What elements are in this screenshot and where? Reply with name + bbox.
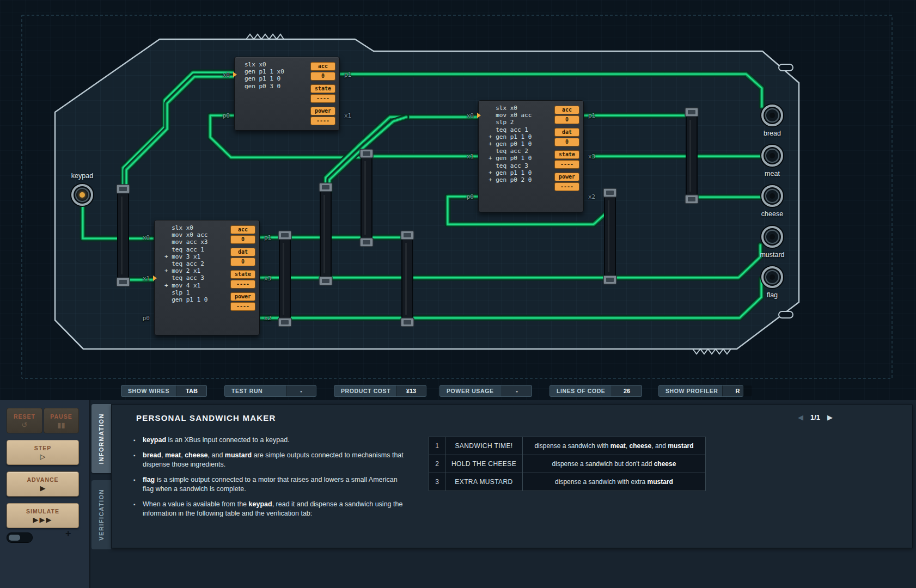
pad-core	[770, 234, 775, 240]
step-button[interactable]: STEP ▷	[7, 440, 79, 465]
bus-bridge[interactable]	[685, 108, 698, 204]
show-wires-hotkey: TAB	[176, 385, 206, 396]
page-indicator: 1/1	[810, 413, 820, 421]
register-value: ----	[230, 302, 255, 311]
simulate-label: SIMULATE	[26, 508, 59, 514]
register-name: state	[230, 270, 255, 279]
pause-button[interactable]: PAUSE ▮▮	[44, 408, 79, 433]
register-dat: dat0	[554, 128, 579, 146]
spec-value-cell: 1	[429, 437, 445, 455]
output-pad-flag	[761, 266, 783, 288]
tab-information[interactable]: INFORMATION	[91, 404, 111, 473]
chip-code[interactable]: slx x0 mov x0 acc slp 2 teq acc 1 + gen …	[488, 105, 532, 183]
pin-label-x3: x3	[588, 153, 595, 160]
spec-value-cell: 3	[429, 473, 445, 491]
chip-2[interactable]: slx x0 mov x0 acc slp 2 teq acc 1 + gen …	[478, 100, 584, 212]
page-prev-icon[interactable]: ◀	[798, 413, 803, 421]
spec-desc-cell: dispense a sandwich with extra mustard	[523, 473, 706, 491]
puzzle-title: PERSONAL SANDWICH MAKER	[136, 413, 276, 422]
sleep-pin-arrow-icon	[153, 275, 160, 281]
board-notch-top	[779, 64, 793, 71]
board-notch-bottom	[779, 311, 793, 318]
pin-label-x1: x1	[467, 153, 474, 160]
register-value: 0	[230, 258, 255, 266]
spec-table-row: 3EXTRA MUSTARDdispense a sandwich with e…	[429, 473, 706, 491]
test-run-label: TEST RUN	[225, 388, 286, 394]
bus-bridge[interactable]	[278, 231, 291, 327]
register-name: acc	[554, 106, 579, 114]
register-dat: dat0	[230, 248, 255, 266]
pin-label-p0: p0	[223, 112, 230, 119]
pin-label-p1: p1	[344, 71, 351, 78]
show-profiler-hotkey: R	[722, 385, 752, 396]
advance-label: ADVANCE	[27, 476, 58, 483]
register-name: power	[230, 292, 255, 301]
output-pad-meat	[761, 145, 783, 167]
bus-bridge[interactable]	[401, 231, 414, 327]
register-state: state----	[310, 84, 335, 103]
pin-label-x1: x1	[344, 112, 351, 119]
register-name: dat	[230, 248, 255, 256]
product-cost-value: ¥13	[396, 385, 426, 396]
bus-bridge[interactable]	[603, 188, 616, 284]
info-bullets: keypad is an XBus input connected to a k…	[133, 436, 410, 524]
info-bullet: flag is a simple output connected to a m…	[133, 475, 410, 494]
reset-label: RESET	[14, 413, 35, 420]
advance-button[interactable]: ADVANCE ▶	[7, 471, 79, 497]
zoom-plus-label[interactable]: +	[65, 528, 71, 540]
step-label: STEP	[34, 445, 51, 451]
bottom-panel: RESET ↺ PAUSE ▮▮ STEP ▷ ADVANCE ▶ SIMULA…	[0, 400, 916, 588]
output-pad-mustard	[761, 226, 783, 248]
show-profiler-button[interactable]: SHOW PROFILER R	[658, 385, 743, 397]
lines-of-code-display: LINES OF CODE 26	[549, 385, 642, 397]
simulate-button[interactable]: SIMULATE ▶▶▶	[7, 503, 79, 528]
chip-1[interactable]: slx x0 gen p1 1 x0 gen p1 1 0 gen p0 3 0…	[234, 57, 340, 131]
chip-registers: acc0dat0state----power----	[554, 106, 579, 191]
product-cost-display: PRODUCT COST ¥13	[334, 385, 426, 397]
speed-slider-handle[interactable]	[9, 535, 20, 541]
pad-core	[770, 193, 775, 199]
reset-icon: ↺	[22, 421, 28, 428]
register-power: power----	[310, 107, 335, 125]
chip-code[interactable]: slx x0 mov x0 acc mov acc x3 teq acc 1 +…	[164, 224, 207, 303]
bus-bridge[interactable]	[319, 183, 332, 285]
power-usage-label: POWER USAGE	[440, 388, 502, 394]
reset-button[interactable]: RESET ↺	[7, 408, 42, 433]
bus-bridge[interactable]	[117, 185, 130, 286]
sleep-pin-arrow-icon	[477, 113, 484, 118]
pad-core	[80, 192, 85, 198]
pause-label: PAUSE	[50, 413, 72, 420]
power-usage-value: -	[502, 385, 532, 396]
pin-label-x0: x0	[143, 234, 150, 241]
pin-label-p1: p1	[588, 112, 595, 119]
circuit-board-area: slx x0 gen p1 1 x0 gen p1 1 0 gen p0 3 0…	[0, 0, 916, 400]
step-icon: ▷	[40, 453, 46, 460]
chip-registers: acc0dat0state----power----	[230, 225, 255, 311]
chip-3[interactable]: slx x0 mov x0 acc mov acc x3 teq acc 1 +…	[154, 220, 260, 335]
register-value: ----	[310, 94, 335, 103]
info-bullet: bread, meat, cheese, and mustard are sim…	[133, 451, 410, 469]
show-profiler-label: SHOW PROFILER	[659, 388, 722, 394]
register-value: 0	[310, 72, 335, 81]
page-next-icon[interactable]: ▶	[827, 413, 833, 421]
register-name: power	[554, 173, 579, 181]
pin-label-x2: x2	[264, 315, 271, 322]
speed-slider[interactable]	[7, 532, 33, 543]
spec-desc-cell: dispense a sandwich but don't add cheese	[523, 455, 706, 473]
pin-label-x0: x0	[467, 112, 474, 119]
spec-table-body: 1SANDWICH TIME!dispense a sandwich with …	[429, 437, 706, 491]
test-run-value: -	[286, 385, 316, 396]
test-run-button[interactable]: TEST RUN -	[224, 385, 316, 397]
show-wires-button[interactable]: SHOW WIRES TAB	[121, 385, 207, 397]
pad-core	[770, 153, 775, 158]
power-usage-display: POWER USAGE -	[439, 385, 532, 397]
register-acc: acc0	[310, 62, 335, 81]
bus-bridge[interactable]	[360, 149, 373, 247]
spec-name-cell: EXTRA MUSTARD	[445, 473, 523, 491]
pin-label-p0: p0	[467, 193, 474, 200]
tab-verification[interactable]: VERIFICATION	[91, 480, 111, 549]
spec-desc-cell: dispense a sandwich with meat, cheese, a…	[523, 437, 706, 455]
simulate-icon: ▶▶▶	[33, 516, 53, 523]
chip-code[interactable]: slx x0 gen p1 1 x0 gen p1 1 0 gen p0 3 0	[245, 61, 284, 90]
simulation-controls: RESET ↺ PAUSE ▮▮ STEP ▷ ADVANCE ▶ SIMULA…	[0, 400, 90, 588]
